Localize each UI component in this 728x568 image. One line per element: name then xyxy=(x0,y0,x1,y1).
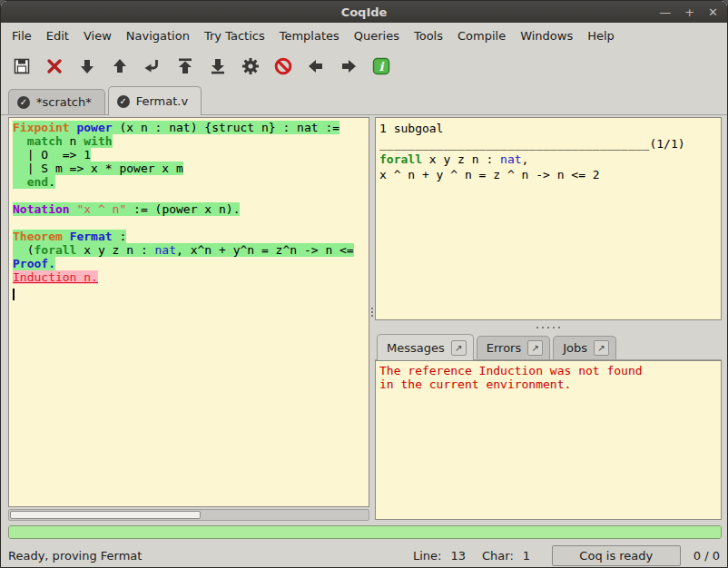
previous-button[interactable] xyxy=(304,55,327,78)
arrow-down-to-bar-icon xyxy=(208,56,228,76)
menubar: FileEditViewNavigationTry TacticsTemplat… xyxy=(1,23,727,48)
code-line: Induction n. xyxy=(13,270,369,284)
go-to-end-button[interactable] xyxy=(206,55,229,78)
detach-messages-button[interactable]: ↗ xyxy=(451,340,467,356)
code-line: match n with xyxy=(13,134,369,148)
close-button[interactable]: ✕ xyxy=(708,5,718,19)
message-line: in the current environment. xyxy=(379,377,721,391)
splitter-grip-icon xyxy=(371,306,373,318)
menu-navigation[interactable]: Navigation xyxy=(119,24,197,47)
goal-line: 1 subgoal xyxy=(379,121,721,136)
tab-jobs[interactable]: Jobs↗ xyxy=(553,336,616,359)
tab-fermat-v[interactable]: ✓Fermat.v xyxy=(108,86,202,115)
code-line: Notation "x ^ n" := (power x n). xyxy=(13,202,369,216)
titlebar: CoqIde — + ✕ xyxy=(1,1,727,23)
editor-horizontal-scrollbar[interactable] xyxy=(8,509,369,521)
detach-jobs-button[interactable]: ↗ xyxy=(594,340,609,356)
scrollbar-thumb[interactable] xyxy=(10,511,201,519)
tab-label: *scratch* xyxy=(36,95,92,109)
detach-errors-button[interactable]: ↗ xyxy=(527,340,543,356)
menu-queries[interactable]: Queries xyxy=(347,24,407,47)
minimize-button[interactable]: — xyxy=(659,5,671,19)
window-title: CoqIde xyxy=(341,5,388,19)
code-line: | S m => x * power x m xyxy=(13,162,369,175)
menu-windows[interactable]: Windows xyxy=(513,24,580,47)
menu-file[interactable]: File xyxy=(5,24,39,47)
statusbar: Ready, proving Fermat Line: 13 Char: 1 C… xyxy=(1,542,727,568)
goal-line: ______________________________________(1… xyxy=(379,136,721,152)
toolbar: i xyxy=(1,48,727,84)
status-right: Line: 13 Char: 1 Coq is ready 0 / 0 xyxy=(397,545,720,566)
coq-status-box: Coq is ready xyxy=(552,545,681,566)
arrow-up-to-bar-icon xyxy=(175,56,195,76)
menu-help[interactable]: Help xyxy=(580,24,622,47)
about-button[interactable]: i xyxy=(369,55,392,78)
save-icon xyxy=(12,56,32,76)
go-to-cursor-button[interactable] xyxy=(141,55,163,78)
line-label: Line: xyxy=(413,549,441,563)
script-editor[interactable]: Fixpoint power (x n : nat) {struct n} : … xyxy=(8,117,369,507)
menu-compile[interactable]: Compile xyxy=(450,24,513,47)
info-icon: i xyxy=(371,56,391,76)
goal-line: x ^ n + y ^ n = z ^ n -> n <= 2 xyxy=(379,167,721,182)
status-message: Ready, proving Fermat xyxy=(8,549,142,563)
fully-check-button[interactable] xyxy=(239,55,261,78)
tab-messages[interactable]: Messages↗ xyxy=(377,334,474,360)
menu-templates[interactable]: Templates xyxy=(272,24,347,47)
progress-bar xyxy=(8,525,722,539)
arrow-down-icon xyxy=(77,56,97,76)
tab-label: Fermat.v xyxy=(136,94,188,108)
tab-scratch[interactable]: ✓*scratch* xyxy=(8,89,105,114)
message-tabbar: Messages↗Errors↗Jobs↗ xyxy=(375,333,722,360)
maximize-button[interactable]: + xyxy=(684,5,694,19)
menu-view[interactable]: View xyxy=(76,24,119,47)
hook-arrow-icon xyxy=(143,56,162,76)
tab-errors[interactable]: Errors↗ xyxy=(477,336,550,359)
message-line: The reference Induction was not found xyxy=(379,364,721,377)
goal-view: 1 subgoal_______________________________… xyxy=(375,117,722,320)
gear-icon xyxy=(241,56,261,76)
goal-line: forall x y z n : nat, xyxy=(379,152,721,167)
interrupt-button[interactable] xyxy=(271,55,294,78)
code-line: Proof. xyxy=(13,257,369,270)
coq-status-text: Coq is ready xyxy=(579,549,653,563)
horizontal-pane-splitter[interactable] xyxy=(375,322,722,332)
text-cursor xyxy=(13,289,15,300)
menu-edit[interactable]: Edit xyxy=(39,24,76,47)
char-value: 1 xyxy=(523,549,537,563)
message-view: The reference Induction was not foundin … xyxy=(375,360,722,520)
code-line: Theorem Fermat : xyxy=(13,230,369,243)
menu-try-tactics[interactable]: Try Tactics xyxy=(197,24,272,47)
restart-button[interactable] xyxy=(173,55,196,78)
save-button[interactable] xyxy=(10,55,33,78)
code-line xyxy=(13,284,369,298)
tab-label: Errors xyxy=(487,341,521,355)
no-entry-icon xyxy=(273,56,293,76)
arrow-left-icon xyxy=(306,56,326,76)
tab-label: Messages xyxy=(387,341,445,355)
worker-count: 0 / 0 xyxy=(694,549,720,563)
step-forward-button[interactable] xyxy=(75,55,98,78)
next-button[interactable] xyxy=(337,55,359,78)
main-area: Fixpoint power (x n : nat) {struct n} : … xyxy=(1,115,727,520)
coqide-window: CoqIde — + ✕ FileEditViewNavigationTry T… xyxy=(0,0,728,568)
code-line xyxy=(13,216,369,230)
close-buffer-button[interactable] xyxy=(43,55,65,78)
tab-label: Jobs xyxy=(563,341,587,355)
progress-fill xyxy=(9,526,721,538)
buffer-tabbar: ✓*scratch*✓Fermat.v xyxy=(1,84,727,115)
close-buffer-icon xyxy=(44,56,64,76)
char-label: Char: xyxy=(482,549,514,563)
code-line: (forall x y z n : nat, x^n + y^n = z^n -… xyxy=(13,243,369,257)
saved-check-icon: ✓ xyxy=(17,96,30,109)
saved-check-icon: ✓ xyxy=(117,95,130,108)
window-controls: — + ✕ xyxy=(659,1,718,23)
arrow-up-icon xyxy=(110,56,130,76)
menu-tools[interactable]: Tools xyxy=(407,24,450,47)
step-backward-button[interactable] xyxy=(108,55,131,78)
arrow-right-icon xyxy=(339,56,359,76)
code-line xyxy=(13,189,369,202)
code-line: end. xyxy=(13,175,369,189)
code-line: | O => 1 xyxy=(13,148,369,162)
line-value: 13 xyxy=(450,549,466,563)
